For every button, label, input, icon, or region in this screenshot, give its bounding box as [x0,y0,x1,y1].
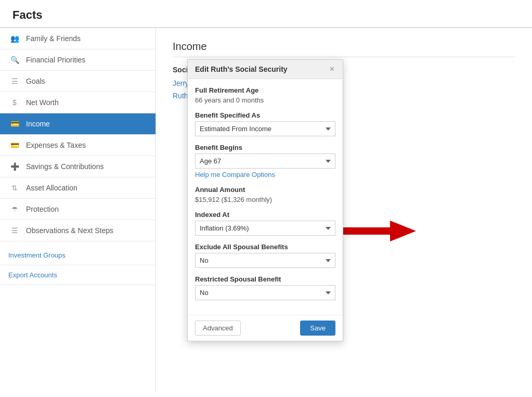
net-worth-icon: $ [8,98,21,107]
benefit-begins-select[interactable]: Age 62 Age 63 Age 64 Age 65 Age 66 Age 6… [195,153,335,169]
annual-amount-label: Annual Amount [195,186,335,194]
sidebar-item-investment-groups[interactable]: Investment Groups [0,246,155,265]
advanced-button[interactable]: Advanced [195,321,241,336]
benefit-begins-label: Benefit Begins [195,144,335,151]
restricted-spousal-benefit-field: Restricted Spousal Benefit No Yes [195,275,335,300]
sidebar-item-export-accounts[interactable]: Export Accounts [0,265,155,285]
indexed-at-select[interactable]: Inflation (3.69%) Custom Rate Not Indexe… [195,221,335,236]
exclude-spousal-benefits-label: Exclude All Spousal Benefits [195,243,335,251]
modal-footer: Advanced Save [188,315,343,341]
benefit-begins-field: Benefit Begins Age 62 Age 63 Age 64 Age … [195,144,335,178]
sidebar-item-label: Savings & Contributions [26,162,103,171]
expenses-taxes-icon: 💳 [8,141,21,149]
sidebar-secondary: Investment Groups Export Accounts [0,246,155,285]
sidebar-item-label: Protection [26,205,59,213]
edit-ruth-social-security-modal: Edit Ruth's Social Security × Full Retir… [187,59,343,341]
sidebar-item-protection[interactable]: ☂ Protection [0,199,155,220]
sidebar-item-label: Goals [26,77,45,85]
sidebar-item-savings-contributions[interactable]: ➕ Savings & Contributions [0,156,155,177]
asset-allocation-icon: ⇅ [8,184,21,192]
svg-marker-0 [343,221,416,241]
restricted-spousal-benefit-label: Restricted Spousal Benefit [195,275,335,283]
sidebar-item-asset-allocation[interactable]: ⇅ Asset Allocation [0,177,155,199]
full-retirement-age-label: Full Retirement Age [195,86,335,94]
sidebar-item-label: Expenses & Taxes [26,141,86,149]
sidebar: 👥 Family & Friends 🔍 Financial Prioritie… [0,28,156,392]
sidebar-item-label: Income [26,120,50,128]
sidebar-item-family-friends[interactable]: 👥 Family & Friends [0,28,155,49]
page-title: Facts [12,8,520,22]
restricted-spousal-benefit-select[interactable]: No Yes [195,285,335,300]
sidebar-item-label: Financial Priorities [26,56,85,64]
sidebar-item-goals[interactable]: ☰ Goals [0,71,155,92]
page-header: Facts [0,0,532,28]
sidebar-item-income[interactable]: 💳 Income [0,113,155,135]
benefit-specified-as-field: Benefit Specified As Estimated From Inco… [195,111,335,136]
help-compare-options-link[interactable]: Help me Compare Options [195,171,335,178]
sidebar-item-net-worth[interactable]: $ Net Worth [0,92,155,113]
income-section-title: Income [173,41,515,57]
sidebar-nav: 👥 Family & Friends 🔍 Financial Prioritie… [0,28,155,241]
annual-amount-value: $15,912 ($1,326 monthly) [195,196,335,203]
indexed-at-label: Indexed At [195,211,335,219]
save-button[interactable]: Save [300,321,335,336]
modal-close-button[interactable]: × [329,65,335,73]
annual-amount-field: Annual Amount $15,912 ($1,326 monthly) [195,186,335,203]
protection-icon: ☂ [8,205,21,213]
goals-icon: ☰ [8,77,21,85]
family-friends-icon: 👥 [8,34,21,43]
modal-header: Edit Ruth's Social Security × [188,60,343,79]
investment-groups-label: Investment Groups [8,251,66,259]
sidebar-item-label: Observations & Next Steps [26,226,113,235]
financial-priorities-icon: 🔍 [8,56,21,64]
export-accounts-label: Export Accounts [8,271,57,279]
benefit-specified-as-select[interactable]: Estimated From Income Specified Amount S… [195,121,335,136]
red-arrow-indicator [343,218,416,244]
sidebar-item-observations[interactable]: ☰ Observations & Next Steps [0,220,155,241]
sidebar-item-label: Net Worth [26,98,59,107]
exclude-spousal-benefits-field: Exclude All Spousal Benefits No Yes [195,243,335,268]
modal-title: Edit Ruth's Social Security [195,65,288,73]
sidebar-item-financial-priorities[interactable]: 🔍 Financial Priorities [0,49,155,71]
main-content: Income Social Security Jerry's Social Se… [156,28,532,392]
indexed-at-field: Indexed At Inflation (3.69%) Custom Rate… [195,211,335,236]
savings-icon: ➕ [8,162,21,171]
sidebar-item-label: Family & Friends [26,34,81,43]
income-icon: 💳 [8,120,21,128]
modal-body: Full Retirement Age 66 years and 0 month… [188,79,343,315]
benefit-specified-as-label: Benefit Specified As [195,111,335,119]
sidebar-item-expenses-taxes[interactable]: 💳 Expenses & Taxes [0,135,155,156]
sidebar-item-label: Asset Allocation [26,184,77,192]
full-retirement-age-value: 66 years and 0 months [195,96,335,104]
exclude-spousal-benefits-select[interactable]: No Yes [195,253,335,268]
observations-icon: ☰ [8,226,21,235]
full-retirement-age-field: Full Retirement Age 66 years and 0 month… [195,86,335,104]
